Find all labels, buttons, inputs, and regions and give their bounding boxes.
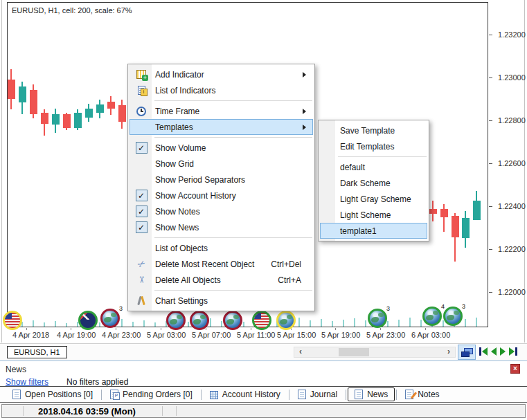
tab-notes[interactable]: Notes — [398, 387, 446, 401]
menu-item-add-indicator[interactable]: Add Indicator — [129, 66, 313, 82]
menu-item-show-volume[interactable]: ✓Show Volume — [129, 140, 313, 156]
news-count-badge: 3 — [386, 305, 390, 312]
menu-item-gutter — [130, 67, 152, 82]
menu-item-gutter: ✂ — [130, 257, 152, 271]
chart-windows-button[interactable] — [458, 345, 476, 360]
menu-item-gutter: ✓ — [130, 220, 152, 235]
price-axis-label: 1.22800 — [498, 116, 526, 125]
menu-item-templates[interactable]: Templates — [129, 119, 313, 135]
time-axis-label: 5 Apr 03:00 — [147, 331, 186, 339]
time-axis-tick — [335, 328, 336, 330]
news-event-icon[interactable] — [166, 311, 186, 330]
menu-item-delete-most-recent-object[interactable]: ✂Delete Most Recent ObjectCtrl+Del — [129, 256, 313, 272]
news-event-icon[interactable]: 3 — [368, 309, 387, 328]
menu-item-dark-scheme[interactable]: Dark Scheme — [320, 175, 427, 191]
tab-news[interactable]: News — [348, 387, 395, 401]
menu-item-shortcut: Ctrl+Del — [271, 259, 301, 269]
menu-item-gutter — [130, 104, 152, 118]
step-back-button[interactable] — [491, 347, 497, 356]
news-event-icon[interactable] — [3, 311, 22, 330]
delete-all-scissors-icon: ✂ — [137, 276, 146, 284]
checkmark-icon: ✓ — [136, 190, 148, 201]
menu-item-default[interactable]: default — [320, 159, 427, 175]
time-axis-tick — [380, 328, 381, 330]
tab-label: Pending Orders [0] — [123, 390, 193, 399]
tab-pending-orders-0[interactable]: Pending Orders [0] — [103, 387, 199, 401]
scrollbar-left-arrow-icon[interactable]: ‹ — [296, 347, 305, 357]
time-axis-label: 4 Apr 2018 — [12, 331, 49, 339]
menu-item-show-grid[interactable]: Show Grid — [129, 156, 313, 172]
chart-navigation-buttons — [479, 347, 517, 356]
chart-settings-icon — [136, 296, 146, 306]
time-axis-label: 5 Apr 15:00 — [277, 331, 316, 339]
menu-item-gutter — [130, 172, 152, 187]
menu-item-chart-settings[interactable]: Chart Settings — [129, 293, 313, 309]
menu-item-gutter — [321, 139, 337, 154]
news-event-icon[interactable] — [223, 311, 242, 330]
menu-item-show-notes[interactable]: ✓Show Notes — [129, 203, 313, 219]
scrollbar-thumb[interactable] — [339, 348, 369, 356]
news-event-icon[interactable] — [78, 311, 98, 330]
news-event-icon[interactable]: 4 — [422, 307, 442, 326]
show-filters-link[interactable]: Show filters — [6, 377, 48, 386]
scrollbar-right-arrow-icon[interactable]: › — [444, 347, 454, 357]
menu-item-shortcut: Ctrl+A — [278, 275, 301, 285]
time-axis-tick — [26, 328, 27, 330]
menu-item-gutter — [130, 241, 152, 255]
status-cell-divider — [176, 406, 177, 416]
go-to-start-button[interactable] — [479, 347, 488, 356]
pending-orders-document-icon — [110, 390, 118, 399]
menu-item-save-template[interactable]: Save Template — [320, 122, 427, 138]
price-axis-label: 1.22600 — [498, 159, 526, 167]
menu-item-list-of-indicators[interactable]: List of Indicators — [129, 82, 313, 98]
chart-context-menu: Add IndicatorList of IndicatorsTime Fram… — [127, 64, 315, 311]
menu-separator — [154, 137, 312, 138]
chart-symbol-tab[interactable]: EURUSD, H1 — [7, 346, 67, 358]
menu-item-show-period-separators[interactable]: Show Period Separators — [129, 172, 313, 188]
menu-item-label: Templates — [155, 122, 193, 132]
news-icon — [355, 390, 363, 399]
menu-item-show-account-history[interactable]: ✓Show Account History — [129, 188, 313, 203]
flag-us-icon — [252, 311, 271, 330]
time-axis-tick — [71, 328, 71, 330]
menu-item-gutter — [321, 123, 337, 138]
menu-item-delete-all-objects[interactable]: ✂Delete All ObjectsCtrl+A — [129, 272, 313, 288]
tab-account-history[interactable]: Account History — [203, 387, 287, 401]
news-event-icon[interactable] — [276, 311, 296, 330]
flag-us-icon — [3, 311, 22, 330]
left-triangle-icon — [491, 347, 497, 356]
right-triangle-icon — [500, 347, 506, 356]
news-event-icon[interactable] — [190, 311, 209, 330]
menu-item-time-frame[interactable]: Time Frame — [129, 103, 313, 119]
menu-item-label: Add Indicator — [155, 70, 204, 80]
tab-open-positions-0[interactable]: Open Positions [0] — [6, 387, 100, 401]
tab-journal[interactable]: Journal — [291, 387, 344, 401]
status-bar: 2018.04.16 03:59 (Mon) — [1, 404, 526, 418]
close-panel-button[interactable]: × — [510, 364, 520, 374]
news-event-icon[interactable] — [252, 311, 271, 330]
checkmark-icon: ✓ — [136, 142, 148, 154]
menu-item-label: Edit Templates — [340, 142, 395, 152]
window-left-border — [1, 0, 2, 343]
menu-item-template1[interactable]: template1 — [320, 223, 427, 239]
left-triangle-icon — [482, 347, 488, 356]
time-axis-label: 5 Apr 19:00 — [321, 331, 360, 339]
menu-item-light-scheme[interactable]: Light Scheme — [320, 207, 427, 223]
tab-divider — [201, 390, 202, 400]
menu-item-light-gray-scheme[interactable]: Light Gray Scheme — [320, 191, 427, 207]
news-event-icon[interactable]: 3 — [443, 307, 463, 326]
price-axis-tick — [489, 77, 492, 78]
news-event-icon[interactable]: 3 — [100, 309, 120, 328]
mt5-terminal-window: EURUSD, H1, cell: 200, scale: 67% 1.2320… — [0, 0, 527, 420]
menu-item-label: Delete All Objects — [155, 275, 221, 285]
menu-item-show-news[interactable]: ✓Show News — [129, 219, 313, 235]
step-forward-button[interactable] — [500, 347, 506, 356]
status-cell-divider — [23, 406, 24, 416]
chart-horizontal-scrollbar[interactable]: ‹ › — [294, 347, 456, 358]
menu-item-label: Delete Most Recent Object — [155, 259, 254, 269]
indicator-list-icon — [138, 86, 145, 95]
globe-icon — [223, 311, 242, 330]
go-to-end-button[interactable] — [509, 347, 517, 356]
menu-item-edit-templates[interactable]: Edit Templates — [320, 138, 427, 154]
menu-item-list-of-objects[interactable]: List of Objects — [129, 240, 313, 256]
